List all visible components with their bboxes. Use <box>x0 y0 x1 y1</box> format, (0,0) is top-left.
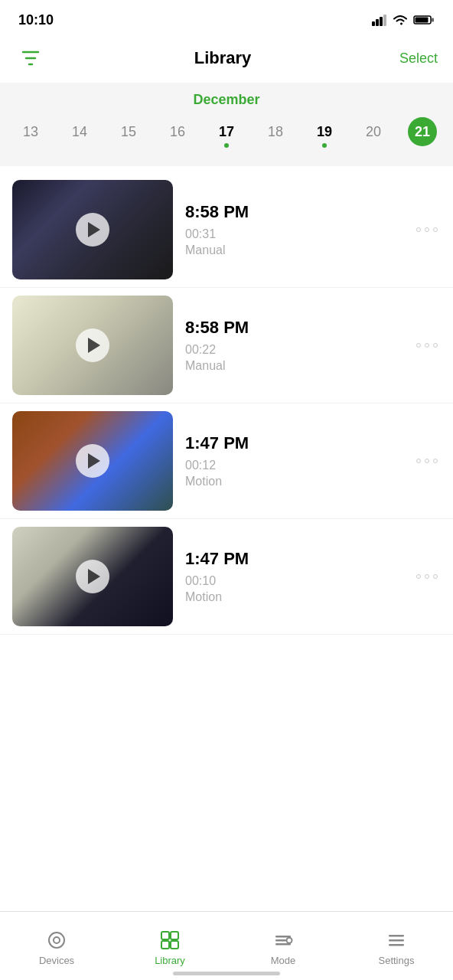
video-duration: 00:10 <box>185 572 404 590</box>
play-icon <box>88 222 100 237</box>
video-thumbnail <box>12 527 173 626</box>
video-info: 1:47 PM00:12Motion <box>185 433 404 488</box>
video-item-3[interactable]: 1:47 PM00:10Motion <box>0 519 453 635</box>
calendar-day-19[interactable]: 19 <box>306 124 343 148</box>
play-icon <box>88 569 100 584</box>
library-icon <box>159 929 181 951</box>
nav-item-library[interactable]: Library <box>139 929 200 966</box>
more-dot <box>425 459 429 463</box>
svg-rect-17 <box>389 935 404 937</box>
nav-label-settings: Settings <box>379 955 415 966</box>
more-dot <box>416 227 421 232</box>
more-dot <box>433 227 438 232</box>
svg-point-8 <box>54 937 60 943</box>
more-dot <box>416 343 421 348</box>
video-duration: 00:31 <box>185 225 404 243</box>
calendar-day-13[interactable]: 13 <box>12 124 49 148</box>
calendar-day-num: 20 <box>366 124 381 140</box>
status-time: 10:10 <box>18 12 54 28</box>
home-indicator <box>173 972 280 975</box>
video-info: 8:58 PM00:31Manual <box>185 202 404 257</box>
calendar-day-num: 15 <box>121 124 136 140</box>
svg-rect-2 <box>380 17 383 26</box>
svg-rect-10 <box>171 932 178 939</box>
calendar-day-21[interactable]: 21 <box>404 117 441 154</box>
more-dot <box>433 574 438 579</box>
play-button[interactable] <box>76 213 109 247</box>
nav-item-devices[interactable]: Devices <box>26 929 87 966</box>
video-more-button[interactable] <box>416 227 441 232</box>
wifi-icon <box>392 14 409 26</box>
calendar-day-15[interactable]: 15 <box>110 124 147 148</box>
video-item-2[interactable]: 1:47 PM00:12Motion <box>0 403 453 519</box>
play-button[interactable] <box>76 560 109 593</box>
nav-label-library: Library <box>155 955 185 966</box>
nav-item-settings[interactable]: Settings <box>366 929 427 966</box>
calendar-days: 131415161718192021 <box>0 117 453 154</box>
calendar-day-16[interactable]: 16 <box>159 124 196 148</box>
video-info: 1:47 PM00:10Motion <box>185 549 404 604</box>
play-button[interactable] <box>76 328 109 362</box>
more-dot <box>425 343 429 348</box>
calendar-section: December 131415161718192021 <box>0 83 453 166</box>
svg-point-7 <box>49 933 64 948</box>
video-type: Manual <box>185 243 404 257</box>
video-duration: 00:12 <box>185 456 404 475</box>
svg-rect-0 <box>372 21 375 26</box>
svg-rect-11 <box>161 941 169 949</box>
more-dot <box>433 343 438 348</box>
video-thumbnail <box>12 180 173 279</box>
video-more-button[interactable] <box>416 574 441 579</box>
video-more-button[interactable] <box>416 459 441 463</box>
nav-label-devices: Devices <box>39 955 74 966</box>
calendar-month: December <box>0 92 453 108</box>
calendar-day-num: 14 <box>72 124 87 140</box>
video-time: 1:47 PM <box>185 433 404 453</box>
filter-icon <box>20 47 41 69</box>
more-dot <box>416 574 421 579</box>
play-icon <box>88 453 100 469</box>
devices-icon <box>46 929 67 951</box>
calendar-day-num: 19 <box>317 124 332 140</box>
calendar-day-num: 16 <box>170 124 185 140</box>
video-item-1[interactable]: 8:58 PM00:22Manual <box>0 288 453 403</box>
more-dot <box>416 459 421 463</box>
more-dots <box>416 459 438 463</box>
svg-rect-9 <box>161 932 169 939</box>
video-thumbnail <box>12 411 173 511</box>
video-time: 1:47 PM <box>185 549 404 569</box>
calendar-day-num: 18 <box>268 124 283 140</box>
video-type: Motion <box>185 475 404 488</box>
select-button[interactable]: Select <box>399 51 438 67</box>
play-button[interactable] <box>76 444 109 478</box>
video-thumbnail <box>12 296 173 395</box>
more-dot <box>433 459 438 463</box>
settings-icon <box>386 929 407 951</box>
more-dots <box>416 343 438 348</box>
calendar-day-17[interactable]: 17 <box>208 124 245 148</box>
filter-button[interactable] <box>15 43 46 74</box>
video-time: 8:58 PM <box>185 318 404 338</box>
video-item-0[interactable]: 8:58 PM00:31Manual <box>0 172 453 288</box>
svg-rect-3 <box>383 15 386 26</box>
calendar-day-20[interactable]: 20 <box>355 124 392 148</box>
more-dot <box>425 574 429 579</box>
calendar-event-dot <box>224 143 229 148</box>
bottom-nav: Devices Library Mode <box>0 911 453 980</box>
mode-icon <box>272 929 294 951</box>
nav-item-mode[interactable]: Mode <box>253 929 314 966</box>
header: Library Select <box>0 37 453 83</box>
video-more-button[interactable] <box>416 343 441 348</box>
video-type: Motion <box>185 590 404 604</box>
calendar-event-dot <box>322 143 327 148</box>
video-duration: 00:22 <box>185 341 404 359</box>
svg-rect-14 <box>275 939 286 942</box>
more-dots <box>416 574 438 579</box>
video-type: Manual <box>185 359 404 373</box>
svg-rect-6 <box>432 18 434 22</box>
calendar-day-num: 17 <box>219 124 234 140</box>
calendar-day-num: 13 <box>23 124 38 140</box>
calendar-day-14[interactable]: 14 <box>61 124 98 148</box>
calendar-day-18[interactable]: 18 <box>257 124 294 148</box>
nav-label-mode: Mode <box>271 955 296 966</box>
